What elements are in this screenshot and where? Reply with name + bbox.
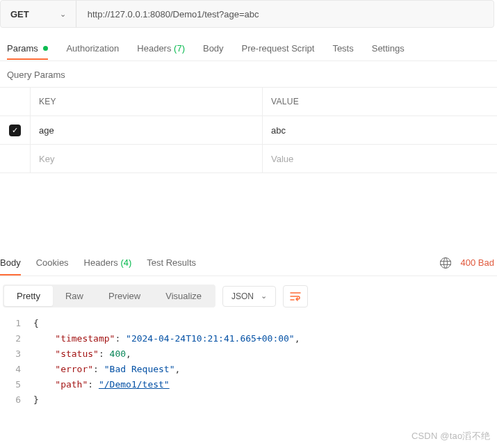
line-number: 4: [0, 362, 33, 377]
header-check-cell: [0, 88, 31, 115]
http-method-label: GET: [10, 9, 29, 19]
row-checkbox-checked-icon: ✓: [9, 125, 21, 136]
table-header-row: KEY VALUE: [0, 88, 497, 116]
tab-headers[interactable]: Headers (7): [137, 38, 185, 59]
response-status: 400 Bad: [461, 257, 494, 268]
line-number: 5: [0, 377, 33, 392]
row-value-cell: [263, 145, 497, 173]
response-bar: Body Cookies Headers (4) Test Results 40…: [0, 250, 497, 276]
json-key: "path": [55, 379, 88, 390]
line-number: 6: [0, 392, 33, 408]
line-number: 3: [0, 346, 33, 362]
view-tab-preview[interactable]: Preview: [96, 286, 153, 306]
chevron-down-icon: ⌄: [261, 291, 267, 301]
resp-tab-headers-label: Headers: [84, 257, 118, 268]
row-value-cell: [263, 116, 497, 144]
view-toolbar: Pretty Raw Preview Visualize JSON ⌄: [0, 276, 497, 316]
json-line: 4 "error": "Bad Request",: [0, 362, 497, 377]
line-number: 2: [0, 331, 33, 346]
resp-tab-cookies[interactable]: Cookies: [36, 250, 69, 275]
response-tabs: Body Cookies Headers (4) Test Results: [0, 250, 440, 275]
resp-tab-body[interactable]: Body: [0, 250, 21, 275]
json-string: "2024-04-24T10:21:41.665+00:00": [126, 333, 295, 344]
tab-body[interactable]: Body: [203, 38, 224, 59]
resp-headers-count: (4): [120, 257, 131, 268]
header-key-cell: KEY: [31, 88, 263, 115]
query-params-heading: Query Params: [0, 61, 497, 87]
json-line: 3 "status": 400,: [0, 346, 497, 362]
request-url-bar: GET ⌄: [0, 0, 494, 28]
param-key-input[interactable]: [39, 125, 254, 136]
tab-params[interactable]: Params: [7, 38, 48, 59]
request-tabs: Params Authorization Headers (7) Body Pr…: [0, 36, 497, 61]
http-method-select[interactable]: GET ⌄: [1, 1, 76, 27]
row-key-cell: [31, 116, 263, 144]
json-line: 6}: [0, 392, 497, 408]
params-changed-dot-icon: [43, 46, 48, 51]
resp-tab-test-results[interactable]: Test Results: [147, 250, 196, 275]
query-params-table: KEY VALUE ✓: [0, 87, 497, 173]
view-mode-tabs: Pretty Raw Preview Visualize: [3, 285, 215, 307]
spacer: [0, 173, 497, 250]
resp-tab-headers[interactable]: Headers (4): [84, 250, 132, 275]
format-label: JSON: [231, 291, 254, 301]
json-key: "error": [55, 364, 93, 374]
json-brace: {: [33, 316, 497, 331]
json-number: 400: [110, 349, 126, 359]
param-value-input[interactable]: [271, 125, 489, 136]
tab-tests[interactable]: Tests: [332, 38, 353, 59]
json-key: "status": [55, 349, 99, 359]
row-checkbox-cell[interactable]: [0, 145, 31, 173]
wrap-lines-button[interactable]: [283, 285, 308, 307]
response-meta: 400 Bad: [440, 257, 494, 269]
wrap-icon: [290, 291, 301, 301]
param-key-input[interactable]: [39, 154, 254, 164]
row-checkbox-cell[interactable]: ✓: [0, 116, 31, 144]
json-line: 5 "path": "/Demo1/test": [0, 377, 497, 392]
line-number: 1: [0, 316, 33, 331]
table-row-empty: [0, 145, 497, 173]
view-tab-raw[interactable]: Raw: [53, 286, 96, 306]
view-tab-visualize[interactable]: Visualize: [153, 286, 214, 306]
json-line: 2 "timestamp": "2024-04-24T10:21:41.665+…: [0, 331, 497, 346]
json-string: "Bad Request": [104, 364, 175, 374]
json-line: 1{: [0, 316, 497, 331]
json-url-string: "/Demo1/test": [99, 379, 170, 390]
headers-count: (7): [174, 43, 185, 54]
tab-params-label: Params: [7, 43, 38, 54]
url-input[interactable]: [76, 1, 494, 27]
json-key: "timestamp": [55, 333, 115, 344]
tab-settings[interactable]: Settings: [372, 38, 405, 59]
tab-headers-label: Headers: [137, 43, 171, 54]
tab-prerequest[interactable]: Pre-request Script: [242, 38, 315, 59]
chevron-down-icon: ⌄: [60, 10, 66, 19]
response-body[interactable]: 1{ 2 "timestamp": "2024-04-24T10:21:41.6…: [0, 316, 497, 408]
table-row: ✓: [0, 116, 497, 145]
format-select[interactable]: JSON ⌄: [222, 286, 276, 307]
tab-authorization[interactable]: Authorization: [66, 38, 119, 59]
json-brace: }: [33, 392, 497, 408]
row-key-cell: [31, 145, 263, 173]
param-value-input[interactable]: [271, 154, 489, 164]
view-tab-pretty[interactable]: Pretty: [4, 286, 53, 306]
globe-icon[interactable]: [440, 257, 451, 269]
header-value-cell: VALUE: [263, 88, 497, 115]
watermark: CSDN @tao滔不绝: [412, 430, 490, 442]
